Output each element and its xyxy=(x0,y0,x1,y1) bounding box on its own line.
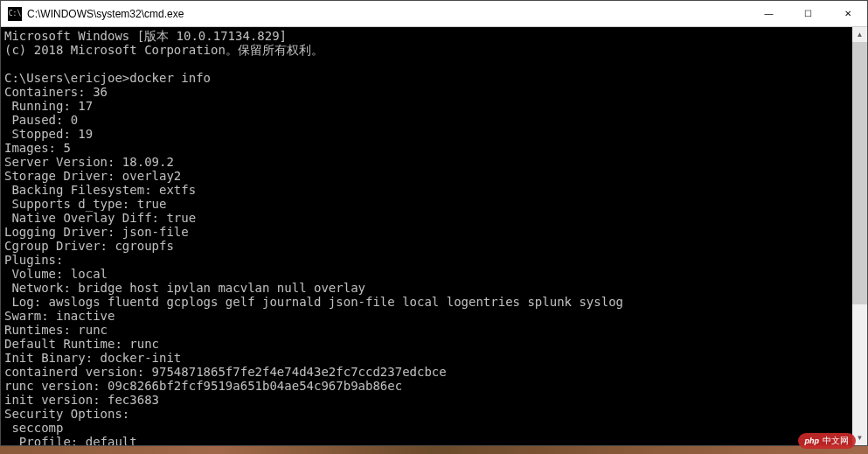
watermark-text: 中文网 xyxy=(823,435,849,447)
scroll-thumb[interactable] xyxy=(852,42,867,304)
terminal-wrap: Microsoft Windows [版本 10.0.17134.829] (c… xyxy=(1,27,867,445)
scroll-up-button[interactable]: ▲ xyxy=(852,27,867,42)
cmd-window: C:\ C:\WINDOWS\system32\cmd.exe — ☐ ✕ Mi… xyxy=(0,0,868,446)
watermark-badge: php 中文网 xyxy=(798,433,857,449)
close-button[interactable]: ✕ xyxy=(828,1,867,26)
minimize-button[interactable]: — xyxy=(749,1,788,26)
terminal-output[interactable]: Microsoft Windows [版本 10.0.17134.829] (c… xyxy=(1,27,852,445)
titlebar[interactable]: C:\ C:\WINDOWS\system32\cmd.exe — ☐ ✕ xyxy=(1,1,867,27)
cmd-icon: C:\ xyxy=(8,7,22,21)
watermark-logo: php xyxy=(805,437,820,445)
maximize-button[interactable]: ☐ xyxy=(788,1,828,26)
window-title: C:\WINDOWS\system32\cmd.exe xyxy=(27,8,749,20)
window-controls: — ☐ ✕ xyxy=(749,1,867,26)
taskbar-sliver xyxy=(0,446,868,454)
scroll-track[interactable] xyxy=(852,42,867,430)
scrollbar[interactable]: ▲ ▼ xyxy=(852,27,867,445)
